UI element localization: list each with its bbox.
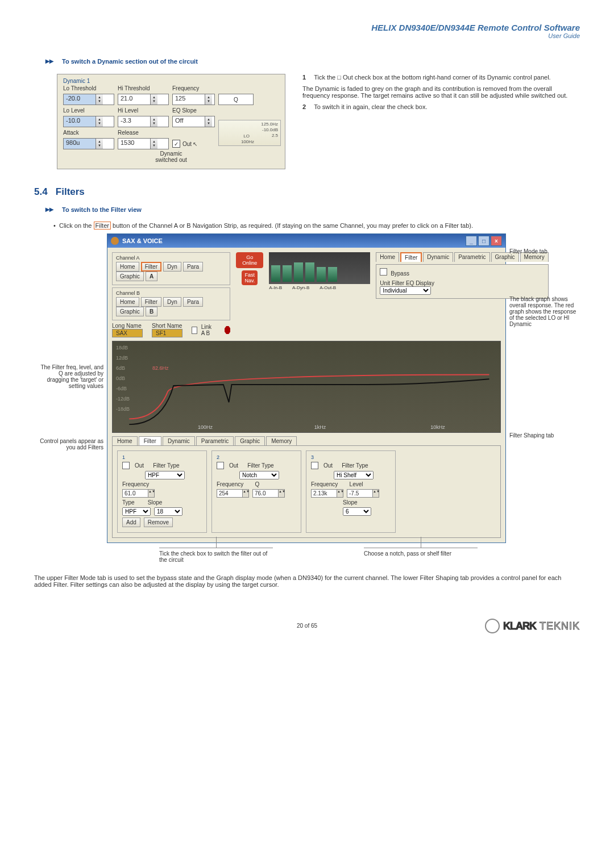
slope-select[interactable]: 6 — [343, 507, 371, 516]
out-checkbox[interactable] — [217, 462, 224, 469]
out-checkbox[interactable] — [311, 462, 318, 469]
spinner-arrows-icon[interactable]: ▲▼ — [150, 94, 157, 105]
window-titlebar[interactable]: SAX & VOICE _ □ × — [107, 234, 505, 248]
freq-spinner[interactable]: 254▲▼ — [217, 489, 249, 498]
tab-filter[interactable]: Filter — [400, 252, 422, 262]
callout-right-2: The black graph shows overall response. … — [509, 296, 578, 327]
filter-type-select[interactable]: Notch — [239, 471, 279, 479]
spinner-arrows-icon[interactable]: ▲▼ — [150, 116, 157, 127]
level-spinner[interactable]: -7.5▲▼ — [347, 489, 379, 498]
checkbox-icon[interactable]: ✓ — [172, 140, 180, 148]
lo-level-spinner[interactable]: -10.0▲▼ — [63, 116, 114, 127]
eq-slope-spinner[interactable]: Off▲▼ — [172, 116, 215, 127]
step-1-text: Tick the □ Out check box at the bottom r… — [314, 74, 551, 81]
filter-button[interactable]: Filter — [141, 262, 161, 272]
link-ab-checkbox[interactable]: Link A B — [192, 324, 215, 336]
callout-right-1: Filter Mode tab — [509, 248, 578, 254]
channel-a-indicator: A — [146, 272, 157, 281]
tab-dynamic[interactable]: Dynamic — [163, 436, 195, 445]
page-number: 20 of 65 — [297, 623, 317, 629]
short-name-field[interactable]: SF1 — [152, 329, 182, 337]
tab-graphic[interactable]: Graphic — [235, 436, 265, 445]
footer: 20 of 65 KLARK TEKNIK — [34, 622, 580, 629]
stop-icon[interactable] — [225, 326, 230, 334]
tab-home[interactable]: Home — [376, 252, 399, 262]
callout-left-1: The Filter freq, level, and Q are adjust… — [35, 364, 103, 389]
filter-shaping-tabs: Home Filter Dynamic Parametric Graphic M… — [112, 436, 501, 445]
freq-spinner[interactable]: 2.13k▲▼ — [311, 489, 343, 498]
filter-type-select[interactable]: HPF — [145, 471, 185, 479]
lo-level-label: Lo Level — [63, 107, 114, 114]
proc-heading-2: ▸▸ To switch to the Filter view — [45, 205, 580, 214]
callout-right-3: Filter Shaping tab — [509, 432, 578, 439]
app-icon — [111, 237, 119, 245]
spinner-arrows-icon[interactable]: ▲▼ — [96, 139, 103, 149]
go-online-button[interactable]: Go Online — [236, 252, 263, 268]
type-select[interactable]: HPF — [122, 507, 151, 516]
tab-home[interactable]: Home — [112, 436, 138, 445]
minimize-button[interactable]: _ — [466, 236, 477, 246]
doc-subtitle: User Guide — [34, 32, 580, 39]
hi-thresh-spinner[interactable]: 21.0▲▼ — [118, 94, 169, 105]
freq-spinner[interactable]: 61.0▲▼ — [122, 489, 155, 498]
q-spinner[interactable]: 76.0▲▼ — [252, 489, 285, 498]
ufed-select[interactable]: Individual — [380, 286, 431, 295]
out-checkbox[interactable]: ✓ Out ↖ — [172, 140, 215, 148]
add-button[interactable]: Add — [122, 518, 140, 527]
step-1: 1 Tick the □ Out check box at the bottom… — [302, 74, 580, 81]
para-button[interactable]: Para — [183, 297, 203, 307]
tab-memory[interactable]: Memory — [266, 436, 297, 445]
brand-logo: KLARK TEKNIK — [485, 619, 580, 633]
tab-parametric[interactable]: Parametric — [196, 436, 234, 445]
remove-button[interactable]: Remove — [144, 518, 173, 527]
bottom-paragraph: The upper Filter Mode tab is used to set… — [34, 574, 580, 588]
dynamic-callout: Dynamic switched out — [63, 151, 279, 163]
proc-heading-1: ▸▸ To switch a Dynamic section out of th… — [45, 56, 580, 65]
bypass-checkbox[interactable]: Bypass — [380, 270, 409, 277]
home-button[interactable]: Home — [116, 262, 139, 272]
dyn-button[interactable]: Dyn — [163, 262, 181, 272]
maximize-button[interactable]: □ — [478, 236, 489, 246]
hi-thresh-label: Hi Threshold — [118, 85, 169, 91]
frequency-spinner[interactable]: 125▲▼ — [172, 94, 215, 105]
hi-level-spinner[interactable]: -3.3▲▼ — [118, 116, 169, 127]
spinner-arrows-icon[interactable]: ▲▼ — [96, 116, 103, 127]
long-name-field[interactable]: SAX — [112, 329, 143, 337]
channel-a-panel: Channel A Home Filter Dyn Para Graphic A — [112, 252, 230, 285]
graphic-button[interactable]: Graphic — [116, 307, 144, 316]
callout-below-2: Choose a notch, pass or shelf filter — [364, 548, 478, 563]
tab-parametric[interactable]: Parametric — [454, 252, 489, 262]
spinner-arrows-icon[interactable]: ▲▼ — [150, 139, 157, 149]
release-spinner[interactable]: 1530▲▼ — [118, 138, 169, 149]
filter-button[interactable]: Filter — [141, 297, 161, 307]
lo-thresh-spinner[interactable]: -20.0▲▼ — [63, 94, 114, 105]
step-1-para: The Dynamic is faded to grey on the grap… — [302, 85, 580, 99]
level-meters — [269, 252, 370, 284]
step-2-num: 2 — [302, 103, 306, 110]
graphic-button[interactable]: Graphic — [116, 272, 144, 281]
response-graph[interactable]: 18dB 12dB 6dB 0dB -6dB -12dB -18dB 82.6H… — [112, 341, 501, 433]
step-1-num: 1 — [302, 74, 306, 81]
attack-spinner[interactable]: 980u▲▼ — [63, 138, 114, 149]
slope-select[interactable]: 18 — [154, 507, 182, 516]
dynamic-mini-graph: 125.0Hz -10.0dB 2.5 LO 100Hz — [218, 120, 281, 146]
home-button[interactable]: Home — [116, 297, 139, 307]
q-display: Q — [218, 94, 254, 105]
release-label: Release — [118, 130, 169, 136]
spinner-arrows-icon[interactable]: ▲▼ — [205, 116, 212, 127]
window-title: SAX & VOICE — [122, 237, 163, 244]
tab-dynamic[interactable]: Dynamic — [423, 252, 453, 262]
out-checkbox[interactable] — [122, 462, 130, 469]
fast-nav-button[interactable]: Fast Nav. — [242, 270, 258, 285]
globe-icon — [485, 619, 500, 633]
proc-heading-2-text: To switch to the Filter view — [62, 206, 142, 213]
spinner-arrows-icon[interactable]: ▲▼ — [96, 94, 103, 105]
close-button[interactable]: × — [491, 236, 502, 246]
tab-filter[interactable]: Filter — [139, 436, 161, 445]
bullet-item: • Click on the Filter button of the Chan… — [61, 222, 580, 229]
section-heading: 5.4 Filters — [34, 186, 580, 198]
para-button[interactable]: Para — [183, 262, 203, 272]
spinner-arrows-icon[interactable]: ▲▼ — [205, 94, 212, 105]
filter-type-select[interactable]: Hi Shelf — [334, 471, 374, 479]
dyn-button[interactable]: Dyn — [163, 297, 181, 307]
